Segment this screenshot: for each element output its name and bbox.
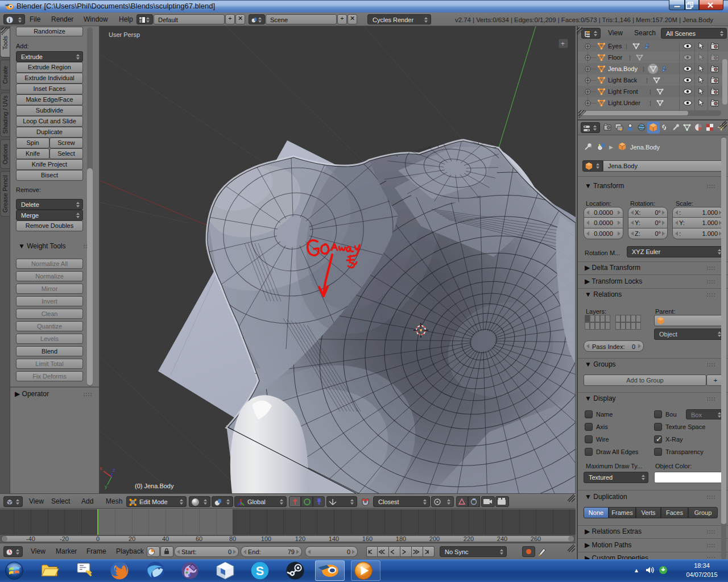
svg-text:x: x — [100, 465, 102, 471]
svg-text:S: S — [256, 564, 264, 578]
svg-text:z: z — [113, 467, 115, 473]
svg-text:(0) Jena.Body: (0) Jena.Body — [135, 483, 174, 489]
svg-text:i: i — [9, 17, 10, 23]
svg-text:User Persp: User Persp — [109, 31, 140, 38]
svg-text:y: y — [105, 484, 107, 489]
svg-text:+: + — [561, 40, 565, 48]
